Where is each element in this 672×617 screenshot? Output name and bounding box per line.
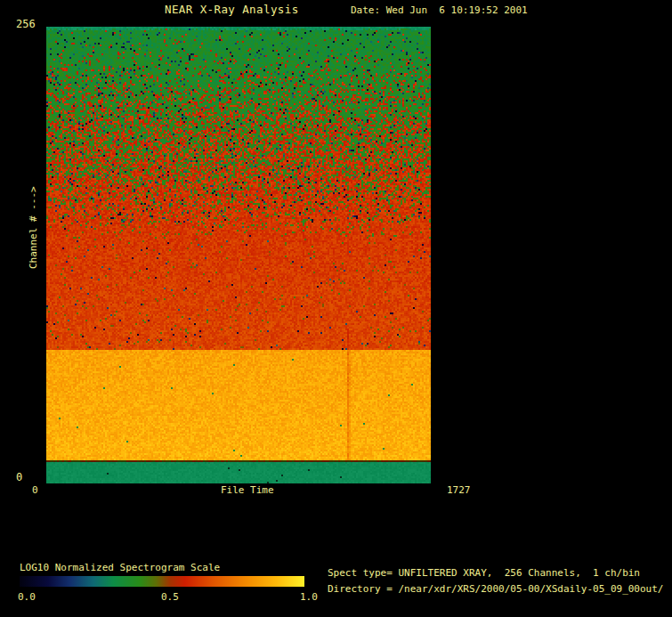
y-axis-label: Channel # ---> — [28, 162, 41, 269]
x-axis-max-tick: 1727 — [447, 484, 471, 496]
spect-type-line: Spect type= UNFILTERED XRAY, 256 Channel… — [328, 567, 640, 579]
colorbar-title: LOG10 Normalized Spectrogram Scale — [20, 562, 220, 573]
colorbar-tick-max: 1.0 — [300, 591, 318, 603]
spectrogram-image — [46, 27, 431, 483]
y-axis-min-tick: 0 — [16, 472, 22, 483]
colorbar-tick-min: 0.0 — [18, 591, 36, 603]
x-axis-min-tick: 0 — [32, 484, 38, 496]
colorbar-gradient — [20, 576, 304, 587]
xray-analysis-window: NEAR X-Ray Analysis Date: Wed Jun 6 10:1… — [0, 0, 672, 617]
x-axis-label: File Time — [221, 484, 274, 496]
date-label: Date: Wed Jun 6 10:19:52 2001 — [351, 4, 528, 16]
page-title: NEAR X-Ray Analysis — [165, 4, 299, 15]
directory-line: Directory = /near/xdr/XRS/2000/05-00/XSd… — [328, 583, 664, 595]
colorbar-tick-mid: 0.5 — [161, 591, 179, 603]
y-axis-max-tick: 256 — [16, 19, 36, 30]
